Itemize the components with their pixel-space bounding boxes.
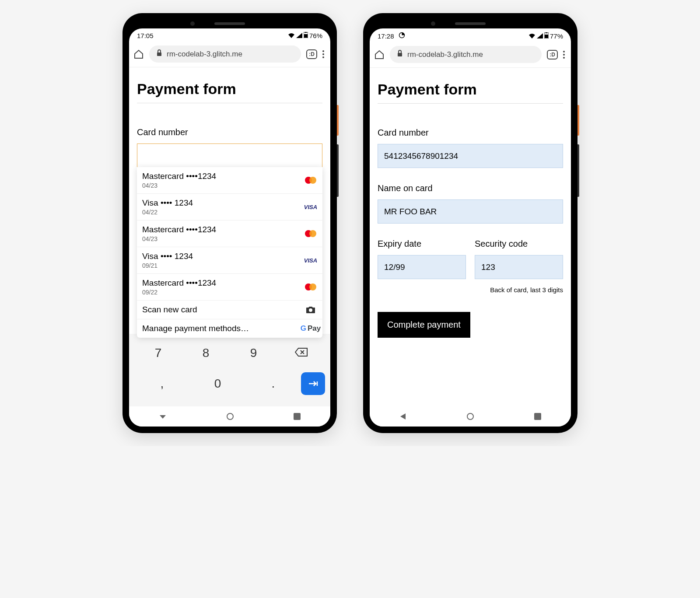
mastercard-icon <box>304 177 317 184</box>
svg-point-4 <box>227 413 233 420</box>
numeric-keyboard: 7 8 9 , 0 . <box>129 334 330 406</box>
wifi-icon <box>528 32 536 40</box>
scan-card-label: Scan new card <box>142 305 197 315</box>
page-content: Payment form Card number Name on card Ex… <box>370 68 571 406</box>
svg-rect-9 <box>546 32 547 33</box>
card-number-field-group: Card number <box>137 127 322 168</box>
autofill-item[interactable]: Mastercard ••••1234 04/23 <box>137 220 322 247</box>
signal-icon <box>537 32 543 40</box>
lock-icon <box>156 49 162 59</box>
svg-point-11 <box>467 413 473 420</box>
expiry-cvc-row: Expiry date Security code <box>378 239 563 281</box>
svg-rect-1 <box>304 34 308 38</box>
phone-left: 17:05 76% <box>122 13 337 433</box>
url-text: rm-codelab-3.glitch.me <box>167 50 242 59</box>
card-number-field-group: Card number <box>378 128 563 168</box>
home-icon[interactable] <box>133 49 144 59</box>
svg-rect-5 <box>294 413 301 420</box>
status-right: 76% <box>288 32 322 39</box>
phone-right: 17:28 77% rm-codelab-3.glitch.me <box>363 13 578 433</box>
url-text: rm-codelab-3.glitch.me <box>407 50 483 59</box>
nav-back-icon[interactable] <box>159 413 167 422</box>
autofill-card-sub: 09/22 <box>142 289 216 296</box>
menu-icon[interactable] <box>563 51 565 59</box>
nav-recent-icon[interactable] <box>294 413 301 422</box>
expiry-input[interactable] <box>378 255 466 279</box>
gpay-icon: G Pay <box>304 324 317 333</box>
autofill-card-title: Mastercard ••••1234 <box>142 171 216 181</box>
key-7[interactable]: 7 <box>134 342 182 364</box>
autofill-card-title: Visa •••• 1234 <box>142 252 193 261</box>
status-time: 17:05 <box>137 32 154 39</box>
camera-icon <box>304 306 317 314</box>
address-bar[interactable]: rm-codelab-3.glitch.me <box>390 46 542 63</box>
nav-recent-icon[interactable] <box>534 413 541 422</box>
battery-level: 77% <box>550 32 563 40</box>
autofill-item[interactable]: Mastercard ••••1234 09/22 <box>137 274 322 301</box>
autofill-card-sub: 04/23 <box>142 182 216 189</box>
key-dot[interactable]: . <box>245 372 301 395</box>
svg-rect-8 <box>545 35 548 38</box>
scan-card-item[interactable]: Scan new card <box>137 301 322 319</box>
signal-icon <box>296 32 302 39</box>
tab-count[interactable]: :D <box>306 49 317 59</box>
autofill-item[interactable]: Visa •••• 1234 09/21 VISA <box>137 247 322 274</box>
manage-payment-label: Manage payment methods… <box>142 324 249 333</box>
mastercard-icon <box>304 283 317 290</box>
mastercard-icon <box>304 230 317 237</box>
cvc-hint: Back of card, last 3 digits <box>378 286 563 294</box>
expiry-field-group: Expiry date <box>378 239 466 279</box>
battery-icon <box>544 32 549 40</box>
wifi-icon <box>288 32 295 39</box>
autofill-item[interactable]: Mastercard ••••1234 04/23 <box>137 167 322 194</box>
name-label: Name on card <box>378 183 563 193</box>
tab-count[interactable]: :D <box>547 50 558 59</box>
menu-icon[interactable] <box>322 50 324 58</box>
lock-icon <box>397 50 403 59</box>
phone-screen: 17:05 76% <box>129 28 330 427</box>
status-right: 77% <box>528 32 563 40</box>
autofill-card-title: Mastercard ••••1234 <box>142 278 216 288</box>
manage-payment-item[interactable]: Manage payment methods… G Pay <box>137 319 322 338</box>
autofill-card-title: Visa •••• 1234 <box>142 198 193 208</box>
nav-home-icon[interactable] <box>466 413 474 422</box>
card-number-input[interactable] <box>378 144 563 168</box>
address-bar[interactable]: rm-codelab-3.glitch.me <box>149 45 301 63</box>
autofill-dropdown: Mastercard ••••1234 04/23 Visa •••• 1234… <box>137 167 322 338</box>
svg-rect-3 <box>157 52 161 56</box>
key-enter[interactable] <box>301 372 325 395</box>
autofill-card-sub: 04/23 <box>142 235 216 242</box>
battery-icon <box>304 32 308 39</box>
status-bar: 17:05 76% <box>129 28 330 41</box>
speaker-grille <box>455 22 486 25</box>
status-time: 17:28 <box>378 32 394 40</box>
card-number-label: Card number <box>137 127 322 137</box>
browser-toolbar: rm-codelab-3.glitch.me :D <box>129 41 330 67</box>
key-0[interactable]: 0 <box>190 372 245 395</box>
key-backspace[interactable] <box>277 342 325 364</box>
autofill-card-sub: 09/21 <box>142 262 193 269</box>
visa-icon: VISA <box>304 204 317 210</box>
key-8[interactable]: 8 <box>182 342 230 364</box>
front-camera <box>190 21 195 26</box>
nav-back-icon[interactable] <box>399 413 406 422</box>
card-number-label: Card number <box>378 128 563 138</box>
speaker-grille <box>214 22 245 25</box>
key-comma[interactable]: , <box>134 372 190 395</box>
card-number-input[interactable] <box>137 143 322 168</box>
svg-rect-10 <box>398 53 402 56</box>
android-nav-bar <box>129 406 330 427</box>
key-9[interactable]: 9 <box>230 342 277 364</box>
submit-button[interactable]: Complete payment <box>378 312 470 338</box>
expiry-label: Expiry date <box>378 239 466 249</box>
name-field-group: Name on card <box>378 183 563 224</box>
cvc-input[interactable] <box>475 255 563 279</box>
home-icon[interactable] <box>374 49 385 60</box>
page-title: Payment form <box>137 80 322 103</box>
front-camera <box>431 21 435 26</box>
name-input[interactable] <box>378 199 563 224</box>
phone-screen: 17:28 77% rm-codelab-3.glitch.me <box>370 28 571 427</box>
nav-home-icon[interactable] <box>226 413 234 422</box>
android-nav-bar <box>370 406 571 427</box>
autofill-item[interactable]: Visa •••• 1234 04/22 VISA <box>137 194 322 220</box>
